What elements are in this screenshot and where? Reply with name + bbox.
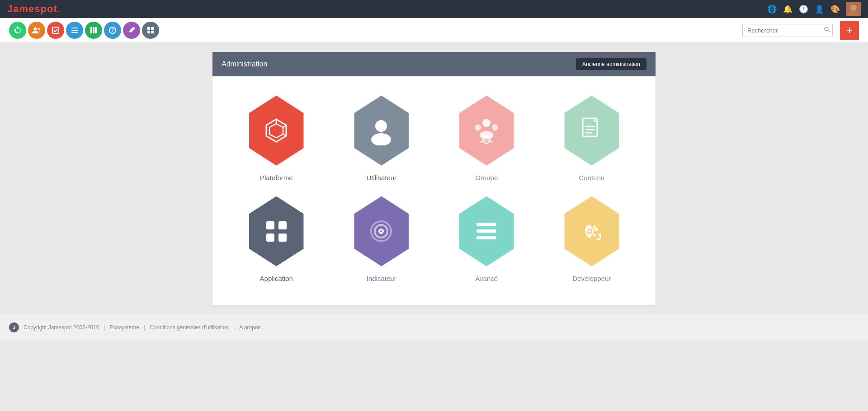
hexagon-plateforme	[240, 94, 312, 167]
footer-link-about[interactable]: A propos	[239, 324, 260, 331]
svg-rect-39	[278, 234, 287, 242]
hex-bg-plateforme	[245, 96, 308, 166]
user-icon[interactable]: 👤	[815, 5, 824, 14]
library-btn[interactable]	[85, 22, 102, 39]
hex-bg-groupe	[455, 96, 518, 166]
community-btn[interactable]	[28, 22, 45, 39]
grid-item-indicateur[interactable]: Indicateur	[336, 195, 428, 282]
svg-rect-36	[266, 221, 274, 229]
avatar[interactable]	[846, 2, 861, 16]
label-application: Application	[260, 275, 293, 282]
top-nav: Jamespot. 🌐 🔔 🕐 👤 🎨	[0, 0, 868, 18]
logo-text: Jamespot	[7, 3, 57, 14]
hex-bg-application	[245, 196, 308, 266]
hex-bg-contenu	[560, 96, 623, 166]
svg-point-3	[34, 28, 37, 31]
svg-point-30	[480, 131, 493, 139]
hexagon-developpeur: J	[556, 195, 628, 267]
admin-title: Administration	[222, 60, 267, 68]
label-groupe: Groupe	[475, 174, 498, 182]
lines-icon	[473, 219, 500, 244]
hex-bg-developpeur: J	[560, 196, 623, 266]
svg-rect-15	[151, 27, 154, 30]
label-plateforme: Plateforme	[260, 174, 293, 182]
svg-rect-38	[266, 234, 274, 242]
footer-sep-3: |	[233, 324, 235, 331]
svg-rect-34	[585, 129, 594, 131]
grid-item-groupe[interactable]: Groupe	[441, 94, 533, 182]
clock-icon[interactable]: 🕐	[799, 5, 808, 14]
footer-link-cgu[interactable]: Conditions générales d'utilisation	[150, 324, 229, 331]
cube-icon	[263, 117, 290, 144]
svg-point-29	[492, 124, 498, 131]
bell-icon[interactable]: 🔔	[783, 5, 793, 14]
hexagon-indicateur	[345, 195, 418, 267]
label-avance: Avancé	[475, 275, 498, 282]
grid-item-plateforme[interactable]: Plateforme	[231, 94, 322, 182]
edit-btn[interactable]	[123, 22, 140, 39]
list-btn[interactable]	[66, 22, 83, 39]
footer: J Copyright Jamespot 2005-2016 | Ecosyst…	[0, 314, 868, 341]
hex-bg-avance	[455, 196, 518, 266]
help-btn[interactable]: ?	[104, 22, 121, 39]
grid-item-developpeur[interactable]: J Developpeur	[546, 195, 638, 282]
hexagon-utilisateur	[345, 94, 418, 167]
svg-rect-51	[585, 228, 588, 231]
svg-point-27	[482, 119, 491, 127]
svg-line-19	[828, 31, 830, 33]
svg-rect-7	[71, 30, 78, 31]
tasks-btn[interactable]	[47, 22, 64, 39]
svg-rect-35	[585, 132, 592, 134]
svg-rect-44	[476, 223, 496, 226]
svg-point-18	[825, 27, 828, 31]
svg-point-26	[371, 133, 391, 145]
refresh-btn[interactable]	[9, 22, 26, 39]
hexagon-contenu	[556, 94, 628, 167]
hexagon-groupe	[450, 94, 523, 167]
gauge-icon	[367, 217, 396, 246]
svg-rect-14	[147, 27, 150, 30]
user-icon	[367, 116, 396, 145]
toolbar-icon-group: ?	[9, 22, 741, 39]
palette-icon[interactable]: 🎨	[830, 5, 840, 14]
logo-dot: .	[57, 3, 61, 14]
footer-logo: J	[9, 322, 19, 332]
svg-rect-17	[151, 31, 154, 33]
logo[interactable]: Jamespot.	[7, 3, 61, 15]
label-indicateur: Indicateur	[367, 275, 396, 282]
group-icon	[471, 116, 502, 145]
admin-panel: Administration Ancienne administration	[212, 52, 656, 305]
search-area: +	[742, 21, 859, 40]
grid-item-contenu[interactable]: Contenu	[546, 94, 638, 182]
search-submit-btn[interactable]	[824, 27, 830, 34]
hexagon-application	[240, 195, 312, 267]
page-content: Administration Ancienne administration	[0, 52, 868, 305]
search-input[interactable]	[742, 24, 833, 37]
grid-item-avance[interactable]: Avancé	[441, 195, 533, 282]
svg-rect-6	[71, 28, 78, 28]
dev-icon: J	[577, 217, 606, 246]
globe-icon[interactable]: 🌐	[767, 5, 777, 14]
grid-btn[interactable]	[142, 22, 159, 39]
svg-point-1	[850, 5, 857, 11]
footer-sep-1: |	[104, 324, 105, 331]
grid-item-utilisateur[interactable]: Utilisateur	[336, 94, 428, 182]
svg-rect-5	[52, 27, 59, 33]
label-utilisateur: Utilisateur	[366, 174, 396, 182]
add-button[interactable]: +	[840, 21, 859, 40]
footer-link-ecosystem[interactable]: Ecosystème	[110, 324, 139, 331]
svg-rect-52	[594, 228, 598, 231]
footer-sep-2: |	[144, 324, 145, 331]
grid-item-application[interactable]: Application	[231, 195, 322, 282]
footer-copyright: Copyright Jamespot 2005-2016	[24, 324, 99, 331]
svg-rect-37	[278, 221, 287, 229]
svg-text:J: J	[596, 231, 601, 243]
svg-rect-8	[71, 32, 78, 33]
hex-bg-utilisateur	[350, 96, 413, 166]
admin-grid: Plateforme Utilisateur	[212, 76, 656, 305]
hexagon-avance	[450, 195, 523, 267]
top-nav-right: 🌐 🔔 🕐 👤 🎨	[767, 2, 861, 16]
svg-point-28	[475, 124, 481, 131]
svg-rect-45	[476, 229, 496, 233]
old-admin-button[interactable]: Ancienne administration	[576, 58, 646, 70]
